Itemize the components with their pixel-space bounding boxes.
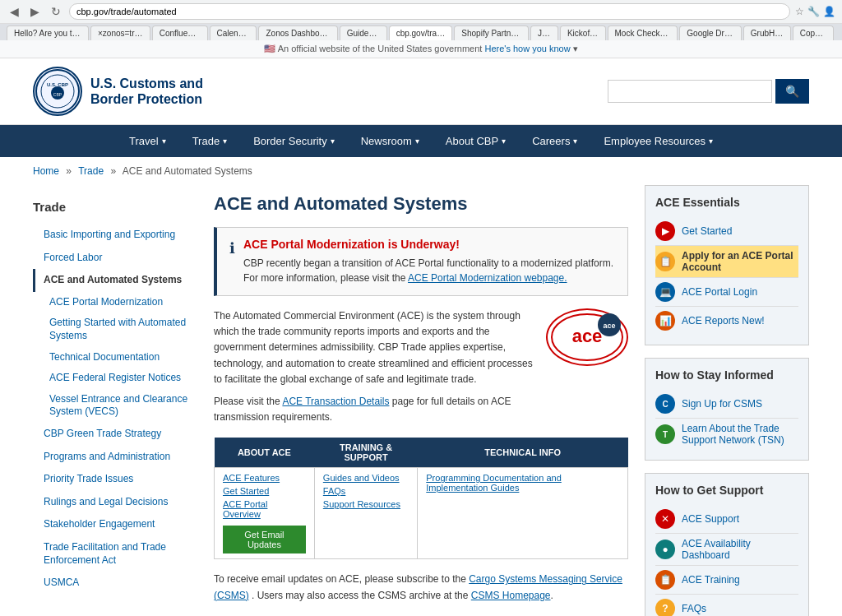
reload-button[interactable]: ↻	[48, 3, 64, 20]
sidebar-item-usmca[interactable]: USMCA	[33, 572, 197, 595]
tab-calendar[interactable]: Calendar	[210, 25, 257, 40]
breadcrumb: Home » Trade » ACE and Automated Systems	[0, 157, 842, 185]
ace-availability-item[interactable]: ● ACE Availability Dashboard	[655, 534, 798, 566]
cbp-seal: U.S. CBP CBP	[33, 67, 82, 116]
sidebar-item-stakeholder[interactable]: Stakeholder Engagement	[33, 513, 197, 536]
tab-gdrive[interactable]: Google Drive	[679, 25, 741, 40]
tab-grubhub[interactable]: GrubHub	[743, 25, 791, 40]
alert-text-2: For more information, please visit the A…	[243, 271, 613, 285]
back-button[interactable]: ◀	[7, 3, 22, 20]
portal-login-icon: 💻	[655, 282, 675, 302]
breadcrumb-trade[interactable]: Trade	[78, 165, 104, 177]
nav-newsroom[interactable]: Newsroom ▾	[348, 125, 433, 157]
sidebar-item-getting-started[interactable]: Getting Started with Automated Systems	[33, 313, 197, 346]
guides-videos-link[interactable]: Guides and Videos	[323, 473, 409, 483]
how-to-know-link[interactable]: Here's how you know	[484, 44, 570, 53]
tab-jira[interactable]: Jira	[530, 25, 558, 40]
sidebar-item-rulings[interactable]: Rulings and Legal Decisions	[33, 491, 197, 514]
search-button[interactable]: 🔍	[775, 79, 809, 104]
tabs-bar: Hello? Are you there? ×zonos=true Conflu…	[0, 24, 842, 40]
sidebar-item-basic-importing[interactable]: Basic Importing and Exporting	[33, 224, 197, 247]
newsroom-dropdown-icon: ▾	[415, 137, 419, 146]
faqs-support-item[interactable]: ? FAQs	[655, 595, 798, 616]
get-started-panel-item[interactable]: ▶ Get Started	[655, 217, 798, 246]
stay-informed-title: How to Stay Informed	[655, 368, 798, 382]
tab-kickoff[interactable]: Kickoff...	[560, 25, 606, 40]
breadcrumb-home[interactable]: Home	[33, 165, 59, 177]
sidebar-item-green-trade[interactable]: CBP Green Trade Strategy	[33, 423, 197, 446]
breadcrumb-current: ACE and Automated Systems	[123, 165, 252, 177]
ace-essentials-card: ACE Essentials ▶ Get Started 📋 Apply for…	[645, 185, 809, 345]
main-nav: Travel ▾ Trade ▾ Border Security ▾ Newsr…	[0, 125, 842, 157]
ace-logo: ace ace	[546, 308, 628, 366]
sidebar-item-programs[interactable]: Programs and Administration	[33, 446, 197, 469]
alert-text-1: CBP recently began a transition of ACE P…	[243, 256, 613, 271]
main-content: ACE and Automated Systems ℹ ACE Portal M…	[214, 185, 628, 616]
sidebar-item-forced-labor[interactable]: Forced Labor	[33, 247, 197, 270]
programming-docs-link[interactable]: Programming Documentation and Implementa…	[426, 473, 619, 493]
sidebar-item-ace[interactable]: ACE and Automated Systems	[33, 269, 197, 292]
technical-cell: Programming Documentation and Implementa…	[418, 468, 628, 559]
updates-text: To receive email updates on ACE, please …	[214, 572, 628, 603]
tab-mock[interactable]: Mock Checkout	[608, 25, 678, 40]
sidebar-section-title: Trade	[33, 193, 197, 220]
faqs-table-link[interactable]: FAQs	[323, 486, 409, 496]
nav-about-cbp[interactable]: About CBP ▾	[433, 125, 519, 157]
sidebar-item-technical-docs[interactable]: Technical Documentation	[33, 347, 197, 368]
ace-portal-login-item[interactable]: 💻 ACE Portal Login	[655, 278, 798, 307]
nav-travel[interactable]: Travel ▾	[116, 125, 179, 157]
ace-table: ABOUT ACE TRAINING & SUPPORT TECHNICAL I…	[214, 438, 628, 559]
sidebar-item-vecs[interactable]: Vessel Entrance and Clearance System (VE…	[33, 389, 197, 423]
url-bar[interactable]	[69, 3, 790, 20]
faqs-icon: ?	[655, 599, 675, 616]
tab-shopify[interactable]: Shopify Partners	[454, 25, 529, 40]
ace-support-item[interactable]: ✕ ACE Support	[655, 505, 798, 534]
ace-transaction-details-link[interactable]: ACE Transaction Details	[282, 396, 389, 407]
about-ace-cell: ACE Features Get Started ACE Portal Over…	[215, 468, 315, 559]
ace-availability-icon: ●	[655, 540, 675, 559]
ace-portal-overview-link[interactable]: ACE Portal Overview	[223, 499, 306, 519]
ace-essentials-title: ACE Essentials	[655, 196, 798, 209]
sidebar-item-trade-facilitation[interactable]: Trade Facilitation and Trade Enforcement…	[33, 536, 197, 572]
bookmark-star-icon: ☆	[795, 6, 804, 17]
alert-title: ACE Portal Modernization is Underway!	[243, 238, 613, 251]
ace-reports-item[interactable]: 📊 ACE Reports New!	[655, 307, 798, 335]
sidebar-item-federal-register[interactable]: ACE Federal Register Notices	[33, 368, 197, 389]
tab-copper[interactable]: Copper	[793, 25, 834, 40]
col-technical: TECHNICAL INFO	[418, 438, 628, 468]
sidebar-item-ace-portal-mod[interactable]: ACE Portal Modernization	[33, 292, 197, 313]
get-email-updates-button[interactable]: Get Email Updates	[223, 526, 306, 553]
support-resources-link[interactable]: Support Resources	[323, 499, 409, 509]
nav-trade[interactable]: Trade ▾	[179, 125, 240, 157]
site-logo-text: U.S. Customs andBorder Protection	[90, 76, 203, 107]
tab-confluence[interactable]: Confluence	[152, 25, 208, 40]
csms-icon: C	[655, 394, 675, 414]
search-area: 🔍	[608, 79, 809, 104]
content-intro: The Automated Commercial Environment (AC…	[214, 308, 628, 425]
svg-text:ace: ace	[572, 326, 603, 346]
tsn-item[interactable]: T Learn About the Trade Support Network …	[655, 419, 798, 450]
employee-resources-dropdown-icon: ▾	[709, 137, 713, 146]
tab-hello[interactable]: Hello? Are you there?	[7, 25, 89, 40]
tab-guidecx[interactable]: GuideCX	[340, 25, 387, 40]
alert-box: ℹ ACE Portal Modernization is Underway! …	[214, 227, 628, 296]
nav-employee-resources[interactable]: Employee Resources ▾	[590, 125, 726, 157]
official-banner: 🇺🇸 An official website of the United Sta…	[0, 40, 842, 58]
ace-training-item[interactable]: 📋 ACE Training	[655, 566, 798, 595]
nav-border-security[interactable]: Border Security ▾	[240, 125, 348, 157]
tab-zonos[interactable]: ×zonos=true	[90, 25, 150, 40]
search-input[interactable]	[608, 80, 772, 103]
tab-cbp[interactable]: cbp.gov/trade	[389, 25, 453, 40]
forward-button[interactable]: ▶	[27, 3, 43, 20]
tab-zonos-dash[interactable]: Zonos Dashboard	[258, 25, 337, 40]
sign-up-csms-item[interactable]: C Sign Up for CSMS	[655, 390, 798, 419]
csms-homepage-link[interactable]: CSMS Homepage	[471, 590, 551, 601]
border-security-dropdown-icon: ▾	[331, 137, 335, 146]
nav-careers[interactable]: Careers ▾	[519, 125, 590, 157]
ace-modernization-link[interactable]: ACE Portal Modernization webpage.	[408, 272, 567, 284]
careers-dropdown-icon: ▾	[573, 137, 577, 146]
ace-features-link[interactable]: ACE Features	[223, 473, 306, 483]
sidebar-item-priority-trade[interactable]: Priority Trade Issues	[33, 468, 197, 491]
get-started-link[interactable]: Get Started	[223, 486, 306, 496]
apply-ace-portal-account-item[interactable]: 📋 Apply for an ACE Portal Account	[655, 246, 798, 278]
